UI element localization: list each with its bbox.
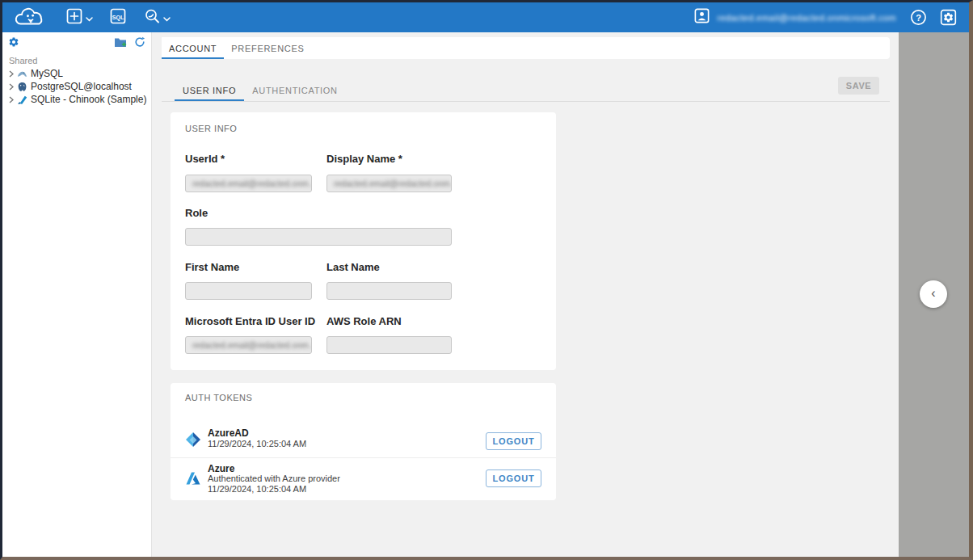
- user-info-title: USER INFO: [185, 124, 237, 133]
- expand-chevron-icon[interactable]: [6, 96, 16, 103]
- top-bar: SQL redacted.email@redacted.onmicrosoft.…: [2, 2, 969, 32]
- user-email: redacted.email@redacted.onmicrosoft.com: [717, 13, 896, 23]
- sqlite-icon: [16, 95, 28, 105]
- connection-search-icon: [143, 7, 161, 28]
- tree-item-postgresql[interactable]: PostgreSQL@localhost: [2, 80, 151, 93]
- token-description: Authenticated with Azure provider: [208, 474, 340, 483]
- chevron-left-icon: ‹: [931, 286, 935, 301]
- tab-account[interactable]: ACCOUNT: [162, 39, 224, 59]
- divider: [171, 457, 556, 458]
- refresh-button[interactable]: [134, 36, 145, 48]
- azure-ad-icon: [185, 432, 201, 448]
- navigator-settings-button[interactable]: [8, 36, 19, 48]
- tab-preferences[interactable]: PREFERENCES: [224, 39, 311, 59]
- mysql-icon: [16, 69, 28, 79]
- postgresql-icon: [16, 82, 28, 92]
- first-name-label: First Name: [185, 261, 239, 273]
- tab-user-info[interactable]: USER INFO: [175, 82, 244, 101]
- token-date: 11/29/2024, 10:25:04 AM: [208, 439, 306, 448]
- aws-role-arn-field[interactable]: [326, 336, 452, 354]
- token-date: 11/29/2024, 10:25:04 AM: [208, 484, 306, 494]
- collapse-panel-button[interactable]: ‹: [920, 280, 947, 308]
- refresh-icon: [134, 36, 145, 48]
- user-menu[interactable]: redacted.email@redacted.onmicrosoft.com: [689, 4, 901, 31]
- navigator-sidebar: Shared MySQL PostgreSQL@localhost: [2, 32, 152, 557]
- help-icon: ?: [909, 8, 928, 27]
- userid-field[interactable]: redacted.email@redacted.onm…: [185, 175, 312, 192]
- gear-icon: [939, 8, 958, 27]
- tree-item-label: MySQL: [31, 68, 63, 79]
- auth-tokens-title: AUTH TOKENS: [185, 393, 252, 402]
- role-field[interactable]: [185, 228, 452, 246]
- tree-item-sqlite[interactable]: SQLite - Chinook (Sample): [2, 93, 151, 106]
- display-name-field[interactable]: redacted.email@redacted.onm…: [326, 175, 452, 192]
- azure-icon: [185, 470, 201, 486]
- last-name-field[interactable]: [326, 282, 452, 300]
- navigator-toolbar: [2, 32, 151, 48]
- page-tab-bar: ACCOUNT PREFERENCES: [162, 37, 890, 59]
- last-name-label: Last Name: [326, 261, 380, 273]
- help-button[interactable]: ?: [909, 8, 928, 27]
- connection-search-button[interactable]: [138, 4, 175, 32]
- expand-chevron-icon[interactable]: [6, 70, 16, 78]
- tree-item-label: PostgreSQL@localhost: [31, 81, 132, 92]
- auth-tokens-card: AUTH TOKENS AzureAD 11/29/2024, 10:25:04…: [171, 383, 556, 500]
- entra-id-field[interactable]: redacted.email@redacted.onm…: [185, 336, 312, 354]
- token-name: AzureAD: [208, 427, 249, 439]
- save-button[interactable]: SAVE: [838, 77, 879, 95]
- logout-button-azuread[interactable]: LOGOUT: [486, 432, 541, 450]
- shared-section-label: Shared: [9, 56, 151, 65]
- tab-authentication[interactable]: AUTHENTICATION: [244, 82, 346, 101]
- chevron-down-icon: [86, 11, 93, 25]
- chevron-down-icon: [163, 11, 171, 25]
- userid-label: UserId *: [185, 153, 225, 165]
- user-avatar-icon: [693, 7, 710, 27]
- entra-id-label: Microsoft Entra ID User ID: [185, 315, 315, 327]
- new-folder-button[interactable]: [114, 36, 127, 48]
- administration-button[interactable]: [939, 8, 958, 27]
- aws-role-arn-label: AWS Role ARN: [326, 315, 402, 327]
- account-sub-tabs: USER INFO AUTHENTICATION: [162, 82, 890, 102]
- right-side-panel: ‹: [899, 32, 969, 557]
- logout-button-azure[interactable]: LOGOUT: [486, 469, 541, 487]
- display-name-label: Display Name *: [326, 153, 402, 165]
- first-name-field[interactable]: [185, 282, 312, 300]
- sql-editor-icon: SQL: [109, 7, 127, 28]
- token-name: Azure: [208, 463, 234, 474]
- expand-chevron-icon[interactable]: [6, 83, 16, 91]
- new-connection-icon: [65, 7, 83, 28]
- user-info-card: USER INFO UserId * redacted.email@redact…: [171, 112, 556, 370]
- tree-item-mysql[interactable]: MySQL: [2, 67, 151, 80]
- role-label: Role: [185, 207, 208, 219]
- gear-icon: [8, 36, 19, 48]
- sql-editor-button[interactable]: SQL: [104, 4, 132, 32]
- svg-text:?: ?: [916, 13, 921, 23]
- tree-item-label: SQLite - Chinook (Sample): [31, 94, 146, 105]
- svg-text:SQL: SQL: [112, 14, 124, 20]
- cloudbeaver-logo-icon: [12, 6, 49, 28]
- folder-plus-icon: [114, 36, 127, 48]
- new-connection-button[interactable]: [61, 4, 98, 32]
